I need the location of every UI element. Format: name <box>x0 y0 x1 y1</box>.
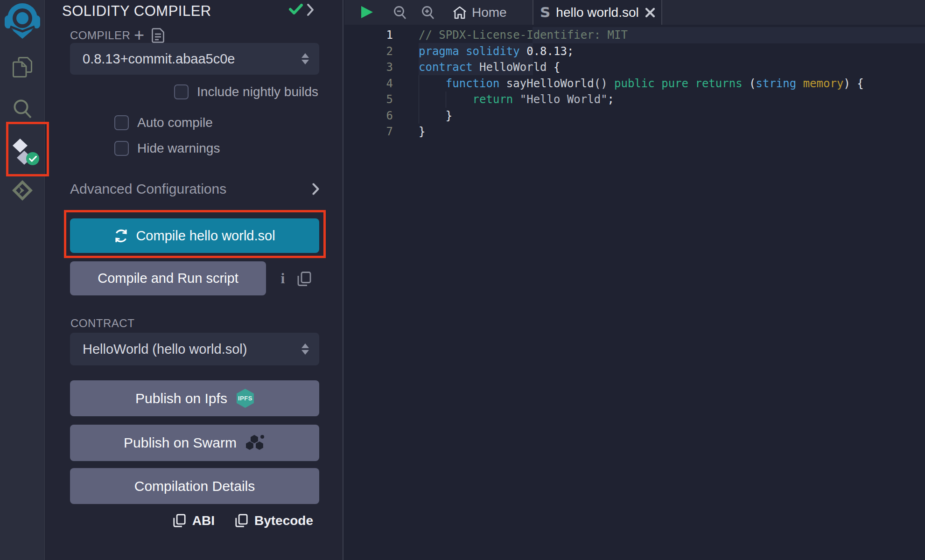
contract-section-label: CONTRACT <box>70 317 134 330</box>
include-nightly-checkbox[interactable] <box>174 84 189 99</box>
abi-label[interactable]: ABI <box>192 513 215 528</box>
editor-tab-bar: Home S hello world.sol <box>344 0 925 25</box>
search-icon[interactable] <box>0 99 45 119</box>
line-number: 2 <box>344 43 393 60</box>
zoom-out-icon[interactable] <box>393 6 406 20</box>
hide-warnings-row: Hide warnings <box>114 141 220 156</box>
publish-swarm-label: Publish on Swarm <box>124 435 237 451</box>
annotation-box-compile-button <box>64 210 326 258</box>
code-content[interactable]: 1// SPDX-License-Identifier: MIT2pragma … <box>344 27 864 140</box>
contract-select-value: HelloWorld (hello world.sol) <box>83 342 247 357</box>
auto-compile-row: Auto compile <box>114 115 213 130</box>
info-icon[interactable]: i <box>277 270 288 287</box>
copy-icon[interactable] <box>297 272 311 287</box>
select-arrows-icon <box>301 53 309 64</box>
zoom-in-icon[interactable] <box>421 6 434 20</box>
code-line-4[interactable]: 4 function sayHelloWorld() public pure r… <box>344 76 864 92</box>
copy-bytecode-icon[interactable] <box>235 514 248 528</box>
compile-and-run-button[interactable]: Compile and Run script <box>70 261 266 295</box>
compiler-doc-icon[interactable] <box>152 28 164 43</box>
bytecode-label[interactable]: Bytecode <box>254 513 313 528</box>
panel-title: SOLIDITY COMPILER <box>62 3 211 20</box>
compilation-details-label: Compilation Details <box>134 478 255 494</box>
select-arrows-icon <box>301 343 309 355</box>
line-number: 6 <box>344 108 393 124</box>
line-number: 3 <box>344 59 393 76</box>
home-tab[interactable]: Home <box>472 5 507 20</box>
code-editor: Home S hello world.sol 1// SPDX-License-… <box>344 0 925 560</box>
icon-bar <box>0 0 45 560</box>
contract-select[interactable]: HelloWorld (hello world.sol) <box>70 333 319 365</box>
compile-success-check-icon <box>289 4 303 15</box>
solidity-compiler-panel: SOLIDITY COMPILER COMPILER + 0.8.13+comm… <box>45 0 343 560</box>
line-number: 4 <box>344 76 393 92</box>
advanced-configurations-row[interactable]: Advanced Configurations <box>70 181 319 197</box>
publish-ipfs-button[interactable]: Publish on Ipfs IPFS <box>70 380 319 416</box>
code-line-7[interactable]: 7} <box>344 124 864 140</box>
compiler-version-value: 0.8.13+commit.abaa5c0e <box>83 51 235 67</box>
compile-run-label: Compile and Run script <box>98 271 238 286</box>
advanced-configurations-label: Advanced Configurations <box>70 181 226 197</box>
code-line-2[interactable]: 2pragma solidity 0.8.13; <box>344 43 864 60</box>
file-explorer-icon[interactable] <box>0 57 45 77</box>
publish-ipfs-label: Publish on Ipfs <box>135 391 227 406</box>
copy-abi-icon[interactable] <box>173 514 186 528</box>
include-nightly-label: Include nightly builds <box>197 84 318 99</box>
compiler-section-label: COMPILER <box>70 29 130 42</box>
close-tab-icon[interactable] <box>645 7 655 18</box>
auto-compile-checkbox[interactable] <box>114 115 129 130</box>
code-line-5[interactable]: 5 return "Hello World"; <box>344 91 864 108</box>
ipfs-icon: IPFS <box>237 389 254 408</box>
annotation-box-compiler-icon <box>6 122 49 176</box>
auto-compile-label: Auto compile <box>137 115 213 130</box>
line-number: 1 <box>344 27 393 43</box>
hide-warnings-label: Hide warnings <box>137 141 220 156</box>
deploy-run-icon[interactable] <box>0 180 45 201</box>
line-number: 5 <box>344 91 393 108</box>
publish-swarm-button[interactable]: Publish on Swarm <box>70 425 319 461</box>
compilation-details-button[interactable]: Compilation Details <box>70 468 319 504</box>
include-nightly-row: Include nightly builds <box>174 84 318 99</box>
compiler-version-select[interactable]: 0.8.13+commit.abaa5c0e <box>70 43 319 75</box>
file-tab[interactable]: S hello world.sol <box>533 0 661 25</box>
swarm-icon <box>246 435 266 451</box>
solidity-file-icon: S <box>540 5 550 20</box>
code-line-1[interactable]: 1// SPDX-License-Identifier: MIT <box>344 27 864 43</box>
add-compiler-icon[interactable]: + <box>134 26 144 44</box>
home-icon[interactable] <box>453 6 467 19</box>
code-line-3[interactable]: 3contract HelloWorld { <box>344 59 864 76</box>
file-tab-label: hello world.sol <box>556 5 638 20</box>
remix-logo-icon[interactable] <box>0 2 45 39</box>
code-line-6[interactable]: 6 } <box>344 108 864 124</box>
panel-chevron-right-icon[interactable] <box>307 3 314 16</box>
line-number: 7 <box>344 124 393 140</box>
abi-bytecode-row: ABI Bytecode <box>70 513 313 528</box>
run-script-icon[interactable] <box>361 6 373 18</box>
advanced-chevron-icon <box>312 183 319 195</box>
hide-warnings-checkbox[interactable] <box>114 141 129 156</box>
